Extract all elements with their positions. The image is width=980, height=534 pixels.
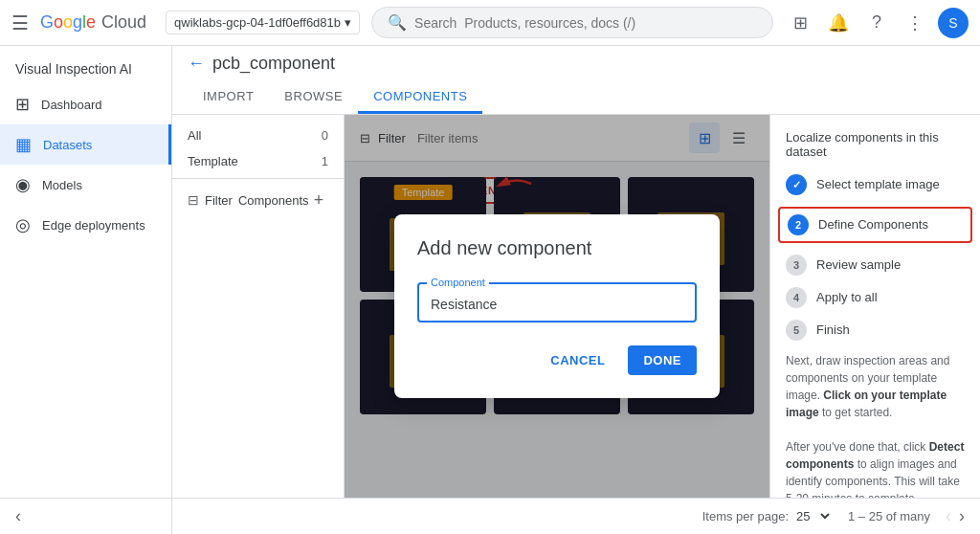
cloud-text: Cloud (101, 12, 146, 33)
sidebar-item-edge-deployments[interactable]: ◎ Edge deployments (0, 205, 171, 245)
google-cloud-logo: Google Cloud (40, 12, 146, 33)
search-icon: 🔍 (388, 13, 407, 32)
sidebar: Visual Inspection AI ⊞ Dashboard ▦ Datas… (0, 46, 172, 534)
dashboard-icon: ⊞ (15, 94, 30, 115)
step-5: 5 Finish (786, 320, 965, 341)
sidebar-item-datasets[interactable]: ▦ Datasets (0, 124, 171, 165)
filter-label: Filter (205, 193, 233, 208)
sidebar-label-edge: Edge deployments (42, 218, 145, 233)
modal-overlay: Add new component Component CANCEL DONE (345, 115, 769, 498)
desc-part2: to get started. (819, 406, 893, 419)
step-1-num: ✓ (786, 174, 807, 195)
prev-page-button[interactable]: ‹ (946, 506, 951, 526)
category-template-label: Template (188, 154, 238, 168)
right-panel: Localize components in this dataset ✓ Se… (769, 115, 980, 498)
step-5-num: 5 (786, 320, 807, 341)
step-2-label: Define Components (818, 214, 928, 234)
add-component-filter-btn[interactable]: + (309, 190, 328, 210)
category-all[interactable]: All 0 (172, 122, 344, 148)
content-header: ← pcb_component IMPORT BROWSE COMPONENTS (172, 46, 980, 115)
divider (172, 178, 344, 179)
items-per-page: Items per page: 25 50 100 (702, 508, 833, 524)
right-panel-title: Localize components in this dataset (786, 130, 965, 159)
search-bar[interactable]: 🔍 (371, 7, 773, 38)
notifications-icon[interactable]: 🔔 (823, 8, 854, 38)
project-id: qwiklabs-gcp-04-1df0eff6d81b (174, 15, 341, 30)
step-4-num: 4 (786, 287, 807, 308)
app-title-section: Visual Inspection AI (0, 46, 171, 84)
edge-deployments-icon: ◎ (15, 214, 31, 235)
category-template-count: 1 (322, 154, 328, 168)
pagination-range: 1 – 25 of many (848, 509, 930, 523)
done-button[interactable]: DONE (628, 345, 697, 375)
step-1-label: Select template image (816, 174, 940, 193)
sidebar-label-datasets: Datasets (43, 138, 92, 152)
page-title: pcb_component (212, 54, 335, 74)
component-input-wrapper: Component (417, 282, 697, 323)
tab-import[interactable]: IMPORT (188, 81, 269, 114)
topbar: ☰ Google Cloud qwiklabs-gcp-04-1df0eff6d… (0, 0, 980, 46)
models-icon: ◉ (15, 174, 31, 195)
grid-apps-icon[interactable]: ⊞ (785, 8, 815, 38)
modal-title: Add new component (417, 237, 697, 259)
component-input[interactable] (431, 297, 683, 312)
sidebar-label-dashboard: Dashboard (41, 98, 102, 112)
search-input[interactable] (414, 15, 757, 31)
step-3-label: Review sample (816, 255, 901, 274)
add-component-modal: Add new component Component CANCEL DONE (394, 214, 720, 398)
sidebar-item-dashboard[interactable]: ⊞ Dashboard (0, 84, 171, 124)
desc2: After you've done that, click (786, 440, 929, 454)
project-selector[interactable]: qwiklabs-gcp-04-1df0eff6d81b ▾ (166, 11, 360, 34)
category-template[interactable]: Template 1 (172, 148, 344, 174)
avatar[interactable]: S (938, 8, 969, 38)
step-4-label: Apply to all (816, 287, 878, 306)
menu-icon[interactable]: ☰ (11, 11, 29, 34)
sidebar-label-models: Models (42, 178, 82, 192)
step-1: ✓ Select template image (786, 174, 965, 195)
chevron-down-icon: ▾ (345, 15, 351, 30)
filter-icon: ⊟ (188, 192, 199, 208)
sidebar-collapse-icon[interactable]: ‹ (8, 499, 29, 533)
tab-browse[interactable]: BROWSE (269, 81, 358, 114)
help-icon[interactable]: ? (861, 8, 892, 38)
footer: Items per page: 25 50 100 1 – 25 of many… (172, 498, 980, 534)
content-area: ← pcb_component IMPORT BROWSE COMPONENTS… (172, 46, 980, 534)
items-per-page-label: Items per page: (702, 509, 789, 523)
step-3-num: 3 (786, 255, 807, 276)
tab-bar: IMPORT BROWSE COMPONENTS (188, 81, 965, 114)
sidebar-item-models[interactable]: ◉ Models (0, 165, 171, 205)
modal-actions: CANCEL DONE (417, 345, 697, 375)
breadcrumb: ← pcb_component (188, 54, 965, 81)
sidebar-bottom: ‹ (0, 498, 171, 534)
filter-row: ⊟ Filter Components + (172, 183, 344, 217)
tab-components[interactable]: COMPONENTS (358, 81, 482, 114)
step-4: 4 Apply to all (786, 287, 965, 308)
step-5-label: Finish (816, 320, 850, 339)
more-options-icon[interactable]: ⋮ (900, 8, 930, 38)
dataset-content: All 0 Template 1 ⊟ Filter Components + (172, 115, 980, 498)
next-page-button[interactable]: › (959, 506, 965, 526)
category-all-count: 0 (322, 128, 328, 143)
component-input-label: Component (427, 277, 489, 288)
category-all-label: All (188, 128, 201, 143)
components-filter-label: Components (238, 193, 309, 208)
items-per-page-select[interactable]: 25 50 100 (792, 508, 833, 524)
cancel-button[interactable]: CANCEL (535, 345, 620, 375)
center-panel: ⊟ Filter ⊞ ☰ ADD NEW COMPONENT (345, 115, 769, 498)
datasets-icon: ▦ (15, 134, 32, 155)
app-name: Visual Inspection AI (15, 61, 132, 77)
step-description: Next, draw inspection areas and componen… (786, 352, 965, 498)
pagination-nav: ‹ › (946, 506, 965, 526)
topbar-right-actions: ⊞ 🔔 ? ⋮ S (785, 8, 969, 38)
left-filter-panel: All 0 Template 1 ⊟ Filter Components + (172, 115, 345, 498)
modal-field: Component (417, 282, 697, 323)
back-button[interactable]: ← (188, 54, 205, 74)
step-2-num: 2 (788, 214, 809, 235)
step-2: 2 Define Components (778, 207, 972, 243)
step-3: 3 Review sample (786, 255, 965, 276)
google-text: Google (40, 12, 96, 33)
main-layout: Visual Inspection AI ⊞ Dashboard ▦ Datas… (0, 46, 980, 534)
